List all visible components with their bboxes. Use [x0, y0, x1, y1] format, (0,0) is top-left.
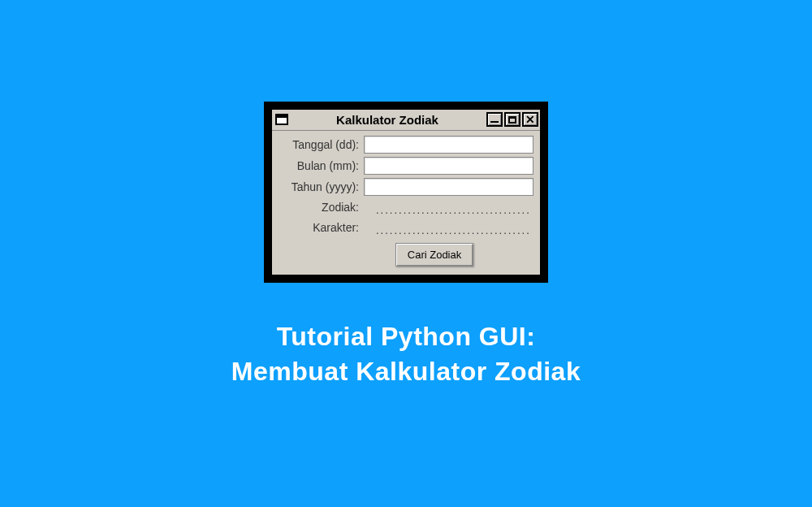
button-row: Cari Zodiak: [279, 243, 533, 266]
row-zodiak: Zodiak: ................................…: [279, 199, 533, 216]
maximize-button[interactable]: [504, 112, 520, 127]
minimize-button[interactable]: [486, 112, 503, 127]
row-tanggal: Tanggal (dd):: [279, 136, 533, 154]
caption-line-1: Tutorial Python GUI:: [231, 319, 581, 354]
input-tahun[interactable]: [364, 178, 533, 196]
label-karakter: Karakter:: [279, 221, 364, 234]
row-tahun: Tahun (yyyy):: [279, 178, 533, 196]
value-karakter: ..................................: [364, 219, 533, 236]
caption-line-2: Membuat Kalkulator Zodiak: [231, 354, 581, 389]
window-controls: ✕: [486, 112, 538, 127]
row-bulan: Bulan (mm):: [279, 157, 533, 175]
label-tanggal: Tanggal (dd):: [279, 138, 364, 151]
input-bulan[interactable]: [364, 157, 533, 175]
label-tahun: Tahun (yyyy):: [279, 180, 364, 193]
app-window: Kalkulator Zodiak ✕ Tanggal (dd): Bulan …: [264, 102, 548, 283]
row-karakter: Karakter: ..............................…: [279, 219, 533, 236]
label-zodiak: Zodiak:: [279, 201, 364, 214]
input-tanggal[interactable]: [364, 136, 533, 154]
titlebar: Kalkulator Zodiak ✕: [272, 110, 540, 131]
label-bulan: Bulan (mm):: [279, 159, 364, 172]
form-area: Tanggal (dd): Bulan (mm): Tahun (yyyy): …: [272, 131, 540, 275]
page-caption: Tutorial Python GUI: Membuat Kalkulator …: [231, 319, 581, 389]
window-icon: [275, 114, 288, 125]
close-button[interactable]: ✕: [522, 112, 538, 127]
value-zodiak: ..................................: [364, 199, 533, 216]
cari-zodiak-button[interactable]: Cari Zodiak: [395, 243, 473, 266]
window-title: Kalkulator Zodiak: [288, 113, 486, 127]
